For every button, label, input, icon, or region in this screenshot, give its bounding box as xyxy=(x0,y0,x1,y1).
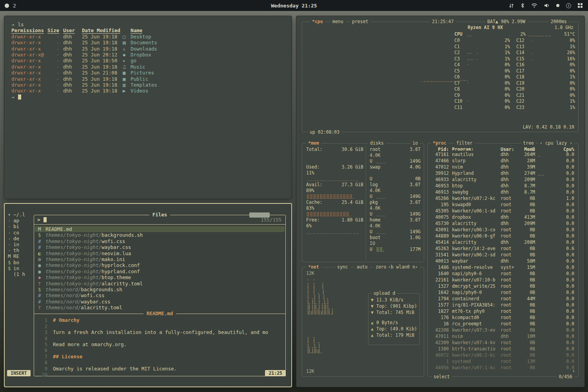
picker-item[interactable]: ◉ themes/tokyo-night/ hyprland.conf xyxy=(35,269,285,274)
menu-button[interactable]: menu xyxy=(330,19,345,24)
process-row[interactable]: 46933 alacritty dhh 209M 0.0 xyxy=(432,176,574,183)
bluetooth-icon[interactable] xyxy=(521,3,524,8)
process-row[interactable]: 42309 kworker/u97:4-kv root 0B 0.0 xyxy=(432,339,574,346)
disk-free: 4.0K xyxy=(370,223,381,229)
process-row[interactable]: 1327 dmcrypt_write/25 root 0B 0.0 xyxy=(432,283,574,289)
tree-item[interactable]: › co xyxy=(8,230,33,236)
picker-item[interactable]: ⊤ themes/nord/ alacritty.toml xyxy=(35,305,285,310)
btop-window[interactable]: *cpu menu preset 21:25:47 BAT▲ 98% 2.99W… xyxy=(296,16,585,387)
tree-item[interactable]: › de xyxy=(8,236,33,241)
tree-item[interactable]: › th xyxy=(8,247,33,253)
app-grid-icon[interactable] xyxy=(578,3,583,8)
picker-item[interactable]: ⚙ themes/tokyo-night/ mako.ini xyxy=(35,256,285,262)
tree-item[interactable]: ▾ ~/.l xyxy=(8,212,33,218)
picker-item[interactable]: $ themes/tokyo-night/ backgrounds.sh xyxy=(35,232,285,238)
net-sync-button[interactable]: sync xyxy=(335,264,350,270)
tree-item[interactable]: $ bo xyxy=(8,260,33,265)
info-icon[interactable]: i xyxy=(566,3,571,8)
header-pid[interactable]: Pid: xyxy=(432,146,449,151)
process-row[interactable]: 16 rcu_preempt root 0B 0.0 xyxy=(432,321,574,327)
scroll-down-arrow-icon[interactable]: ↓ xyxy=(572,368,575,373)
process-row[interactable]: 31541 kworker/u96:2-sd root 0B 0.0 xyxy=(432,252,574,258)
picker-item[interactable]: ⊤ themes/tokyo-night/ alacritty.toml xyxy=(35,281,285,287)
picker-item[interactable]: ◈ themes/tokyo-night/ btop.theme xyxy=(35,274,285,280)
picker-item[interactable]: # themes/tokyo-night/ waybar.css xyxy=(35,244,285,250)
process-row[interactable]: 46072 kworker/u98:2-kc root 0B 0.0 xyxy=(432,352,574,358)
preset-button[interactable]: preset xyxy=(350,19,370,24)
picker-item[interactable]: # themes/nord/ waybar.css xyxy=(35,299,285,305)
tree-item[interactable]: $ in xyxy=(8,265,33,271)
process-row[interactable]: 46953 btop dhh 8.7M 0.0 xyxy=(432,183,574,189)
tree-item[interactable]: › bi xyxy=(8,223,33,229)
process-row[interactable]: 1380 btrfs-transactio root 0B 0.0 xyxy=(432,346,574,352)
process-row[interactable]: 45305 kworker/u96:1-sd root 0B 0.0 xyxy=(432,208,574,214)
process-row[interactable]: 45414 alacritty dhh 208M 0.0 xyxy=(432,239,574,245)
process-row[interactable]: 47011 nvim dhh 10M 0.0 xyxy=(432,333,574,339)
process-row[interactable]: 1577 irq/81-PIXA3854: root 0B 0.0 xyxy=(432,302,574,308)
tree-item[interactable]: M RE xyxy=(8,253,33,259)
header-cpu[interactable]: Cpu% xyxy=(546,146,574,151)
process-row[interactable]: 40075 dropbox dhh 413M 0.0 xyxy=(432,214,574,220)
header-memb[interactable]: MemB xyxy=(519,146,535,151)
picker-item[interactable]: ◉ themes/tokyo-night/ hyprlock.conf xyxy=(35,262,285,268)
process-row[interactable]: 47161 nautilus dhh 264M ⣀ 0.0 xyxy=(432,151,574,158)
process-row[interactable]: 47012 nvim dhh 39M 0.0 xyxy=(432,164,574,170)
process-row[interactable]: 43091 kworker/u96:3-co root 0B 0.0 xyxy=(432,227,574,233)
picker-item[interactable]: ◐ themes/tokyo-night/ neovim.lua xyxy=(35,250,285,256)
process-cpu: 0.0 xyxy=(546,170,574,176)
process-row[interactable]: 44889 kworker/u96:0-gf root 0B 0.0 xyxy=(432,233,574,239)
picker-search-input[interactable]: > 155/155 xyxy=(34,215,285,225)
picker-item[interactable]: # themes/tokyo-night/ wofi.css xyxy=(35,238,285,244)
update-interval[interactable]: 2000ms xyxy=(548,19,569,24)
tree-item[interactable]: › ap xyxy=(8,218,33,223)
tree-item[interactable]: › in xyxy=(8,241,33,247)
select-button[interactable]: select xyxy=(432,374,452,379)
process-row[interactable]: 44956 kworker/u97:1-kc root 0B 0.0 xyxy=(432,365,574,371)
process-pid: 40013 xyxy=(432,258,449,264)
process-row[interactable]: 46913 swaybg dhh 8.7M 0.0 xyxy=(432,189,574,195)
process-row[interactable]: 1486 systemd-resolve syst+ 15M 0.0 xyxy=(432,264,574,270)
process-memory: 0B xyxy=(519,270,535,277)
process-row[interactable]: 1794 containerd root 44M 0.0 xyxy=(432,296,574,302)
header-program[interactable]: Program: xyxy=(452,146,501,151)
cpu-box-label[interactable]: *cpu xyxy=(310,19,325,24)
proc-box-label[interactable]: *proc xyxy=(431,140,448,146)
process-row[interactable]: 176 kcompactd0 root 0B 0.0 xyxy=(432,314,574,321)
header-user[interactable]: User: xyxy=(501,146,519,151)
tree-item[interactable]: (1 h xyxy=(8,271,33,277)
process-row[interactable]: 42208 kworker/u97:3-ev root 0B 0.0 xyxy=(432,327,574,333)
picker-item[interactable]: M README.md xyxy=(35,226,285,232)
process-row[interactable]: 45266 kworker/u97:2-kc root 0B 1.0 xyxy=(432,195,574,201)
terminal-cursor xyxy=(18,94,21,100)
picker-item[interactable]: $ themes/nord/ backgrounds.sh xyxy=(35,287,285,292)
disks-label[interactable]: disks xyxy=(368,140,386,146)
process-row[interactable]: 45263 kworker/14:2-eve root 0B 0.6 xyxy=(432,245,574,252)
mem-box-label[interactable]: *mem xyxy=(306,140,321,146)
process-row[interactable]: 1 systemd root 13M 0.0 xyxy=(432,358,574,365)
wifi-icon[interactable] xyxy=(531,3,537,8)
net-box-label[interactable]: *net xyxy=(306,264,321,270)
status-dot-icon[interactable] xyxy=(556,4,559,7)
io-label[interactable]: io xyxy=(410,140,420,146)
process-row[interactable]: 47466 slurp dhh 28M 0.0 xyxy=(432,158,574,164)
updown-arrows-icon[interactable] xyxy=(509,3,514,8)
filter-button[interactable]: filter xyxy=(454,140,475,146)
neovim-window[interactable]: ▾ ~/.l › ap › bi › co › de xyxy=(4,203,292,387)
process-row[interactable]: 1640 napi/phy0-6 root 0B 0.0 xyxy=(432,270,574,277)
sort-selector[interactable]: ‹ cpu lazy › xyxy=(538,140,574,146)
volume-icon[interactable] xyxy=(544,3,550,8)
process-cpu: 1.0 xyxy=(546,195,574,201)
process-row[interactable]: 45730 alacritty dhh 209M 0.0 xyxy=(432,220,574,227)
picker-item[interactable]: # themes/nord/ wofi.css xyxy=(35,292,285,298)
process-row[interactable]: 22161 kworker/u97:10-b root 0B 0.0 xyxy=(432,277,574,283)
terminal-window-ls[interactable]: → ls Permissions Size User Date Modified… xyxy=(4,16,292,199)
process-row[interactable]: 39912 Hyprland dhh 274M ⣀⣀ 0.0 xyxy=(432,170,574,176)
net-interface[interactable]: ‹b wlan0 n› xyxy=(386,264,420,270)
tree-toggle[interactable]: tree xyxy=(521,140,536,146)
process-row[interactable]: 1827 mt76-tx phy0 root 0B 0.0 xyxy=(432,308,574,314)
process-row[interactable]: 195 kswapd0 root 0B 0.0 xyxy=(432,201,574,208)
net-auto-button[interactable]: auto xyxy=(355,264,370,270)
process-row[interactable]: 40013 waybar dhh 58M 0.0 xyxy=(432,258,574,264)
process-row[interactable]: 1642 napi/phy0-0 root 0B 0.0 xyxy=(432,289,574,296)
prompt-line: → ls xyxy=(11,22,285,27)
